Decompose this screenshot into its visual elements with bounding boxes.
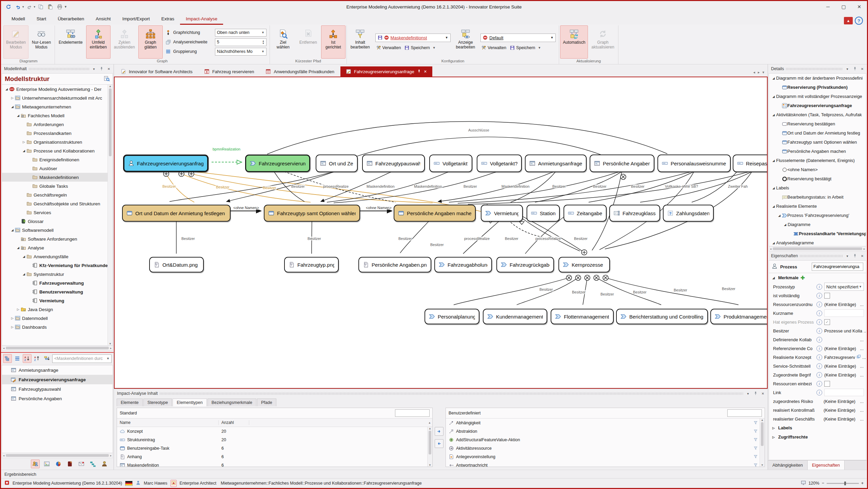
diagram-node-fahrzeugrückgabe[interactable]: Fahrzeugrückgabe (496, 257, 554, 272)
grpsort-button[interactable] (42, 354, 51, 363)
ribbon-button-entfernen[interactable]: Entfernen (296, 25, 320, 59)
diagram-node-persönliche-angaben-machen[interactable]: Persönliche Angaben machen (394, 205, 476, 222)
ribbon-button-inhalt-bearbeiten[interactable]: Inhaltbearbeiten (348, 25, 373, 59)
more-button[interactable]: ... (864, 328, 866, 333)
tree-item[interactable]: Globale Tasks (2, 182, 113, 190)
info-icon[interactable]: i (816, 346, 822, 351)
tree-item[interactable]: ◢AAnalyse (2, 243, 113, 252)
diagram-node-persönliche-angaben-png[interactable]: Persönliche Angaben.png (358, 257, 431, 272)
model-tree-hscrollbar[interactable]: ◂▸ (2, 346, 113, 351)
section-labels[interactable]: ▷Labels (769, 423, 866, 432)
column-header-anzahl[interactable]: Anzahl (219, 420, 249, 425)
expander-open-icon[interactable]: ◢ (21, 272, 26, 276)
doc-tab-innovator-for-software-architects[interactable]: Innovator for Software Architects (115, 66, 198, 77)
prop-input-link[interactable] (824, 389, 864, 396)
ribbon-button-umfeld-einfärben[interactable]: Umfeldeinfärben (86, 25, 111, 59)
ribbon-button-speichern[interactable]: Speichern (509, 45, 536, 51)
tree-item[interactable]: Services (2, 208, 113, 217)
funnel-icon[interactable] (752, 463, 759, 467)
custom-filter-input[interactable] (727, 409, 762, 417)
tree-item[interactable]: Anforderungen (2, 120, 113, 129)
chevron-down-icon[interactable]: ▾ (745, 392, 751, 395)
doc-tab-fahrzeugreservierungsanfrage[interactable]: Fahrzeugreservierungsanfrage✕ (340, 66, 432, 77)
expander-open-icon[interactable]: ◢ (771, 276, 776, 280)
ribbon-button-ist-gerichtet[interactable]: Istgerichtet (321, 25, 346, 59)
info-icon[interactable]: i (816, 293, 822, 299)
tree-item[interactable]: ◢Prozesse und Kollaborationen (2, 146, 113, 155)
section-zugriffsrechte[interactable]: ▷Zugriffsrechte (769, 432, 866, 442)
pin-icon[interactable] (753, 391, 758, 396)
details-item[interactable]: Fahrzeugtyp samt Optionen wählen (769, 138, 866, 147)
tree-item[interactable]: ▷Unternehmensarchitekturmodell mit Arc (2, 94, 113, 102)
doc-tab-anwendungsfälle-privatkunden[interactable]: Anwendungsfälle Privatkunden (260, 66, 340, 77)
doc-tab-nav-arrow[interactable]: ▾ (762, 70, 764, 75)
zoom-out-button[interactable]: − (822, 481, 824, 486)
expander-open-icon[interactable]: ◢ (21, 255, 26, 258)
diagram-node-ort-datum-png[interactable]: Ort&Datum.png (149, 257, 204, 272)
ribbon-collapse-button[interactable]: ▲ (844, 17, 853, 24)
list-item-fahrzeugreservierungsanfrage[interactable]: Fahrzeugreservierungsanfrage (2, 375, 113, 384)
details-item[interactable]: ◢Diagramm mit vollständiger Prozessanzei… (769, 92, 866, 101)
funnel-icon[interactable] (752, 421, 759, 425)
diagram-node-fahrzeugtyp-png[interactable]: Fahrzeugtyp.png (284, 257, 339, 272)
diagram-node-personalausweisnummer[interactable]: Personalausweisnummer (657, 155, 731, 172)
standard-vscrollbar[interactable]: ▲▼ (427, 427, 432, 467)
search-icon[interactable] (104, 76, 110, 83)
more-button[interactable]: ... (860, 399, 866, 404)
print-button[interactable] (56, 3, 64, 11)
funnel-icon[interactable] (752, 454, 759, 459)
details-hscrollbar[interactable]: ◂▸ (769, 246, 866, 251)
expander-open-icon[interactable]: ◢ (771, 186, 776, 190)
ribbon-button-speichern[interactable]: Speichern (403, 45, 431, 51)
details-item[interactable]: ◢Aktivitätsknoten (Task, Teilprozess, Au… (769, 110, 866, 119)
diagram-node-fahrzeugtypauswahl[interactable]: Fahrzeugtypauswahl (362, 155, 425, 172)
diagram-node-ort-und-zeit[interactable]: Ort und Zeit (316, 155, 358, 172)
impact-tab-elementtypen[interactable]: Elementtypen (173, 399, 206, 406)
standard-filter-input[interactable] (395, 409, 430, 417)
menu-tab-ansicht[interactable]: Ansicht (90, 13, 116, 25)
config-combo-maskendefinitionst[interactable]: Maskendefinitionst▼ (375, 34, 451, 42)
info-icon[interactable]: i (816, 310, 822, 316)
close-icon[interactable]: ✕ (424, 69, 427, 74)
expander-open-icon[interactable]: ◢ (16, 246, 21, 249)
tree-item[interactable]: Prozesslandkarten (2, 129, 113, 138)
details-item[interactable]: Reservierung (Privatkunden) (769, 83, 866, 92)
info-icon[interactable]: i (816, 302, 822, 307)
details-item[interactable]: ◢Prozess 'Fahrzeugreservierung' (769, 211, 866, 220)
details-item[interactable]: ◢Labels (769, 183, 866, 192)
prop-combo-prozesstyp[interactable]: Nicht spezifiziert▼ (824, 283, 864, 291)
list-item-persönliche-angaben[interactable]: Persönliche Angaben (2, 394, 113, 403)
expander-closed-icon[interactable]: ▷ (771, 426, 776, 430)
paste-button[interactable] (46, 3, 54, 11)
scroll-up-icon[interactable]: ▲ (428, 421, 432, 424)
org-view-button[interactable] (88, 460, 97, 468)
impact-tab-beziehungsmerkmale[interactable]: Beziehungsmerkmale (208, 399, 256, 406)
menu-tab-impact-analyse[interactable]: Impact-Analyse (180, 13, 223, 25)
tree-item[interactable]: Auslöser (2, 164, 113, 173)
diagram-node-fahrzeugklasse[interactable]: Fahrzeugklasse (609, 205, 660, 222)
more-button[interactable]: ... (860, 372, 866, 378)
tree-item[interactable]: ◢Systemstruktur (2, 270, 113, 279)
tree-item[interactable]: ▷Organisationsstrukturen (2, 138, 113, 146)
details-item[interactable]: Reservierung bestätigt (769, 174, 866, 183)
ribbon-button-anzeige-bearbeiten[interactable]: Anzeigebearbeiten (453, 25, 478, 59)
details-item[interactable]: Reservierung bestätigen (769, 119, 866, 128)
close-icon[interactable]: ✕ (860, 67, 865, 71)
checkbox-ressourcen-einbezi[interactable] (824, 381, 830, 387)
menu-tab-überarbeiten[interactable]: Überarbeiten (52, 13, 90, 25)
pin-icon[interactable] (417, 69, 421, 74)
details-item[interactable]: ◢Diagramm mit der änderbaren Prozessdefi… (769, 74, 866, 83)
field-combo-graphrichtung[interactable]: Oben nach unten▼ (215, 29, 267, 37)
status-user[interactable]: Marc Hawes (144, 481, 167, 486)
info-icon[interactable]: i (816, 381, 822, 387)
diagram-node-fahrzeugreservierung[interactable]: Fahrzeugreservierung (245, 155, 310, 172)
details-item[interactable]: ◢Realisierte Elemente (769, 202, 866, 211)
chevron-down-icon[interactable]: ▾ (845, 254, 850, 258)
expander-open-icon[interactable]: ◢ (4, 87, 9, 91)
ribbon-button-zyklen-ausblenden[interactable]: Zyklenausblenden (111, 25, 138, 59)
pin-icon[interactable] (99, 66, 104, 72)
funnel-icon[interactable] (752, 429, 759, 433)
model-tree-vscrollbar[interactable]: ▲▼ (107, 85, 113, 345)
table-row-benutzereingabe-task[interactable]: Benutzereingabe-Task6 (117, 444, 432, 452)
tree-item[interactable]: ◢Mietwagenunternehmen (2, 102, 113, 111)
